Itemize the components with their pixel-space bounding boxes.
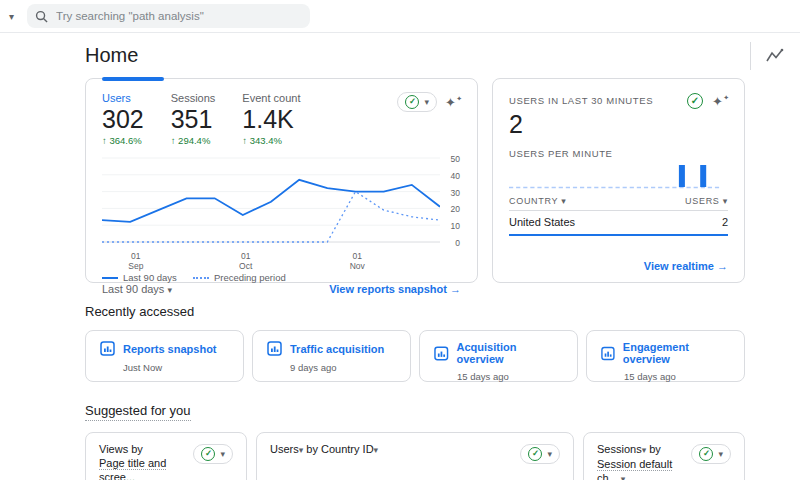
report-chart-icon [601, 346, 615, 361]
users-per-minute-chart [509, 162, 722, 189]
y-tick-label: 10 [451, 221, 460, 231]
suggested-card-users-by-country[interactable]: Users▾ by Country ID▾ ✓ ▾ COUNTRY USERS … [256, 432, 574, 480]
recently-accessed-heading: Recently accessed [85, 304, 745, 319]
chevron-down-icon: ▾ [220, 449, 225, 459]
realtime-card: USERS IN LAST 30 MINUTES ✓ ✦✦ 2 USERS PE… [492, 78, 745, 283]
y-tick-label: 0 [455, 238, 460, 248]
users-cell: 2 [722, 216, 728, 228]
recent-card-time: Just Now [123, 362, 229, 373]
suggested-card-title: Views by Page title and scree... [99, 442, 193, 480]
data-quality-check-icon: ✓ [201, 447, 215, 461]
metric-change: ↑ 364.6% [102, 135, 144, 146]
recent-card-time: 15 days ago [624, 371, 730, 382]
metric-label: Event count [242, 92, 300, 104]
trend-chart: 01Sep01Oct01Nov 01020304050 [102, 155, 461, 270]
suggested-card-title: Sessions▾ by Session default ch... ▾ [597, 442, 691, 480]
x-tick-label: 01Nov [345, 251, 369, 271]
suggested-heading: Suggested for you [85, 403, 191, 421]
chevron-down-icon: ▾ [718, 449, 723, 459]
x-tick-label: 01Oct [234, 251, 258, 271]
metric-tab-event-count[interactable]: Event count 1.4K ↑ 343.4% [242, 92, 300, 146]
report-chart-icon [267, 341, 282, 356]
data-quality-check-icon[interactable]: ✓ [687, 93, 703, 109]
dotted-line-swatch [193, 277, 209, 279]
data-quality-check-icon: ✓ [528, 447, 542, 461]
data-quality-check-icon: ✓ [405, 95, 419, 109]
date-range-select[interactable]: Last 90 days ▾ [102, 283, 172, 295]
search-box[interactable] [27, 4, 310, 28]
solid-line-swatch [102, 277, 118, 279]
page-title: Home [85, 44, 138, 67]
metric-change: ↑ 343.4% [242, 135, 300, 146]
country-cell: United States [509, 216, 575, 228]
data-quality-dropdown[interactable]: ✓ ▾ [520, 444, 560, 464]
chevron-down-icon: ▾ [621, 474, 626, 480]
page-header: Home [85, 33, 745, 78]
suggested-card-sessions-by-channel[interactable]: Sessions▾ by Session default ch... ▾ ✓ ▾… [583, 432, 745, 480]
view-realtime-link[interactable]: View realtime → [644, 260, 728, 272]
recent-card-title: Acquisition overview [457, 341, 563, 365]
report-chart-icon [434, 346, 449, 361]
country-column-sort[interactable]: COUNTRY ▾ [509, 196, 567, 206]
report-chart-icon [100, 341, 115, 356]
top-bar: ▾ [0, 0, 800, 33]
realtime-users-value: 2 [509, 110, 728, 138]
metric-label: Sessions [171, 92, 216, 104]
metric-tab-sessions[interactable]: Sessions 351 ↑ 294.4% [171, 92, 216, 146]
data-quality-dropdown[interactable]: ✓ ▾ [691, 444, 731, 464]
up-arrow-icon: ↑ [171, 135, 176, 146]
recent-card-acquisition-overview[interactable]: Acquisition overview 15 days ago [419, 330, 578, 382]
realtime-table-row[interactable]: United States 2 [509, 211, 728, 236]
chevron-down-icon: ▾ [561, 196, 566, 206]
trend-y-axis: 01020304050 [440, 155, 460, 245]
data-quality-check-icon: ✓ [699, 447, 713, 461]
users-column-sort[interactable]: USERS ▾ [685, 196, 728, 206]
suggested-card-title: Users▾ by Country ID▾ [270, 442, 378, 457]
recent-card-title: Reports snapshot [123, 343, 217, 355]
insights-icon[interactable] [765, 48, 785, 64]
legend-label: Last 90 days [123, 272, 177, 283]
metric-value: 1.4K [242, 105, 300, 134]
trend-x-axis: 01Sep01Oct01Nov [102, 249, 440, 270]
y-tick-label: 30 [451, 188, 460, 198]
y-tick-label: 20 [451, 204, 460, 214]
recent-card-engagement-overview[interactable]: Engagement overview 15 days ago [586, 330, 745, 382]
account-chevron-down-icon[interactable]: ▾ [9, 11, 14, 22]
view-reports-snapshot-link[interactable]: View reports snapshot → [329, 283, 461, 295]
chevron-down-icon: ▾ [299, 445, 304, 455]
up-arrow-icon: ↑ [242, 135, 247, 146]
metric-tab-users[interactable]: Users 302 ↑ 364.6% [102, 92, 144, 146]
chevron-down-icon: ▾ [167, 285, 172, 295]
chevron-down-icon: ▾ [547, 449, 552, 459]
chevron-down-icon: ▾ [642, 445, 647, 455]
chart-legend: Last 90 days Preceding period [102, 272, 461, 283]
chevron-down-icon: ▾ [424, 97, 429, 107]
insights-sparkle-icon[interactable]: ✦✦ [712, 95, 728, 108]
overview-card: Users 302 ↑ 364.6% Sessions 351 ↑ 294.4% [85, 78, 478, 283]
metric-label: Users [102, 92, 144, 104]
chevron-down-icon: ▾ [723, 196, 728, 206]
data-quality-dropdown[interactable]: ✓ ▾ [193, 444, 233, 464]
y-tick-label: 40 [451, 171, 460, 181]
metric-value: 351 [171, 105, 216, 134]
selected-metric-indicator [102, 77, 164, 81]
users-per-minute-label: USERS PER MINUTE [509, 148, 728, 159]
trend-chart-plot [102, 155, 440, 245]
recent-card-reports-snapshot[interactable]: Reports snapshot Just Now [85, 330, 244, 382]
recent-card-traffic-acquisition[interactable]: Traffic acquisition 9 days ago [252, 330, 411, 382]
suggested-card-views-by-page-title[interactable]: Views by Page title and scree... ✓ ▾ PAG… [85, 432, 247, 480]
y-tick-label: 50 [451, 154, 460, 164]
search-input[interactable] [56, 10, 302, 22]
metric-value: 302 [102, 105, 144, 134]
metric-change: ↑ 294.4% [171, 135, 216, 146]
recent-card-time: 15 days ago [457, 371, 563, 382]
insights-sparkle-icon[interactable]: ✦✦ [445, 96, 461, 109]
up-arrow-icon: ↑ [102, 135, 107, 146]
search-icon [35, 10, 48, 23]
x-tick-label: 01Sep [124, 251, 148, 271]
recent-card-time: 9 days ago [290, 362, 396, 373]
data-quality-dropdown[interactable]: ✓ ▾ [397, 92, 437, 112]
chevron-down-icon: ▾ [374, 445, 379, 455]
recent-card-title: Engagement overview [623, 341, 730, 365]
legend-label: Preceding period [214, 272, 286, 283]
